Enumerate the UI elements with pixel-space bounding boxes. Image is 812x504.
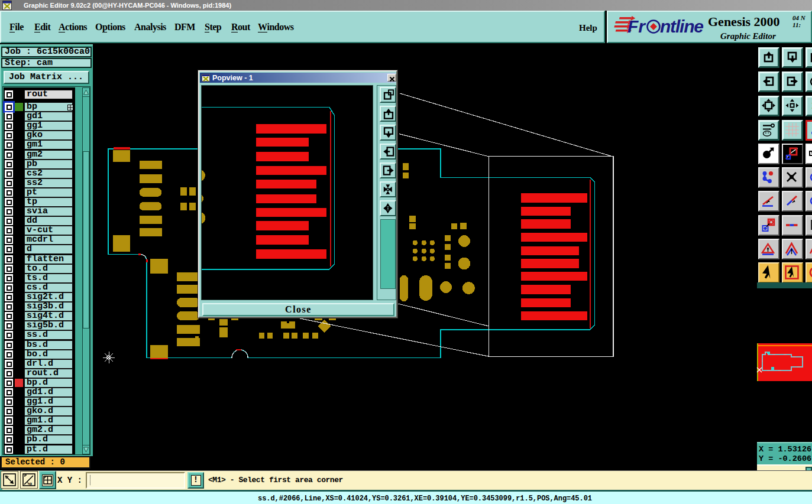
svg-text:α: α [29,481,32,486]
svg-text:Fr: Fr [627,17,646,36]
svg-text:ntline: ntline [660,17,704,36]
